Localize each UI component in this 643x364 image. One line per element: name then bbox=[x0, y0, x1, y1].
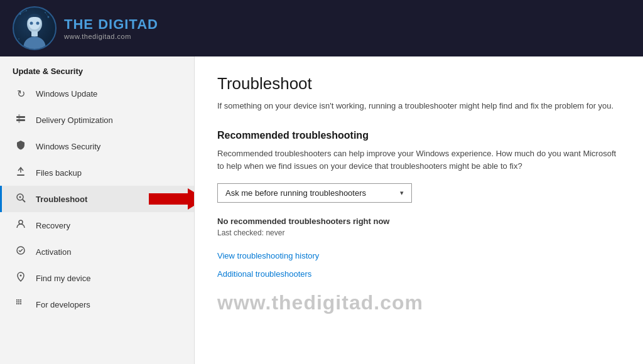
svg-rect-32 bbox=[20, 303, 21, 304]
svg-rect-30 bbox=[20, 299, 21, 301]
sidebar-item-label: Activation bbox=[36, 247, 71, 257]
page-description: If something on your device isn't workin… bbox=[217, 100, 620, 112]
logo-circle bbox=[13, 6, 57, 50]
activation-icon bbox=[14, 245, 27, 258]
sidebar-item-label: Windows Update bbox=[36, 89, 97, 99]
brand-part2: DIGITAD bbox=[98, 16, 158, 32]
svg-rect-15 bbox=[18, 114, 20, 123]
svg-point-4 bbox=[51, 41, 53, 43]
svg-line-18 bbox=[23, 200, 25, 202]
troubleshooter-dropdown-container: Ask me before running troubleshooters ▾ bbox=[217, 183, 620, 203]
files-backup-icon bbox=[14, 166, 27, 179]
sidebar-item-label: Recovery bbox=[36, 221, 70, 230]
section-description: Recommended troubleshooters can help imp… bbox=[217, 147, 620, 174]
sidebar-item-label: Troubleshoot bbox=[36, 195, 87, 204]
logo-area: THE DIGITAD www.thedigitad.com bbox=[13, 6, 158, 50]
brand-name: THE DIGITAD bbox=[64, 16, 158, 33]
brand-website: www.thedigitad.com bbox=[64, 33, 158, 40]
svg-marker-20 bbox=[149, 188, 195, 210]
delivery-optimization-icon bbox=[14, 114, 27, 126]
header: THE DIGITAD www.thedigitad.com bbox=[0, 0, 643, 56]
sidebar-item-files-backup[interactable]: Files backup bbox=[0, 159, 194, 186]
windows-security-icon bbox=[14, 140, 27, 153]
svg-point-19 bbox=[19, 196, 21, 198]
brand-part1: THE bbox=[64, 16, 98, 32]
chevron-down-icon: ▾ bbox=[400, 189, 404, 197]
additional-troubleshooters-link[interactable]: Additional troubleshooters bbox=[217, 269, 620, 279]
svg-rect-24 bbox=[16, 299, 18, 301]
svg-rect-16 bbox=[17, 174, 24, 176]
sidebar-item-activation[interactable]: Activation bbox=[0, 238, 194, 265]
recovery-icon bbox=[14, 219, 27, 232]
sidebar-item-recovery[interactable]: Recovery bbox=[0, 212, 194, 238]
svg-rect-27 bbox=[18, 299, 19, 301]
view-history-link[interactable]: View troubleshooting history bbox=[217, 251, 620, 260]
svg-point-21 bbox=[19, 220, 23, 224]
sidebar-item-label: Delivery Optimization bbox=[36, 115, 113, 125]
sidebar-heading: Update & Security bbox=[0, 56, 194, 81]
svg-point-23 bbox=[20, 275, 22, 277]
svg-rect-29 bbox=[18, 303, 19, 304]
svg-rect-31 bbox=[20, 301, 21, 302]
svg-rect-10 bbox=[31, 31, 38, 36]
svg-point-12 bbox=[36, 22, 40, 25]
sidebar-item-delivery-optimization[interactable]: Delivery Optimization bbox=[0, 107, 194, 133]
sidebar-item-for-developers[interactable]: For developers bbox=[0, 291, 194, 318]
logo-text-block: THE DIGITAD www.thedigitad.com bbox=[64, 16, 158, 40]
svg-rect-14 bbox=[16, 119, 25, 121]
sidebar-item-label: Windows Security bbox=[36, 142, 100, 151]
troubleshooter-dropdown[interactable]: Ask me before running troubleshooters ▾ bbox=[217, 183, 412, 203]
find-device-icon bbox=[14, 272, 27, 284]
content-area: Troubleshoot If something on your device… bbox=[195, 56, 643, 364]
svg-line-6 bbox=[20, 11, 26, 14]
sidebar-item-windows-security[interactable]: Windows Security bbox=[0, 133, 194, 159]
main-content: Update & Security ↻ Windows Update Deliv… bbox=[0, 56, 643, 364]
sidebar-item-label: Find my device bbox=[36, 274, 90, 283]
sidebar-item-troubleshoot[interactable]: Troubleshoot bbox=[0, 186, 194, 212]
windows-update-icon: ↻ bbox=[14, 88, 27, 100]
svg-point-5 bbox=[18, 38, 19, 40]
page-title: Troubleshoot bbox=[217, 74, 620, 94]
svg-rect-25 bbox=[16, 301, 18, 302]
watermark: www.thedigitad.com bbox=[217, 291, 620, 314]
dropdown-value: Ask me before running troubleshooters bbox=[225, 188, 366, 198]
logo-svg bbox=[14, 8, 55, 49]
red-arrow bbox=[149, 188, 195, 210]
section-title: Recommended troubleshooting bbox=[217, 130, 620, 141]
sidebar-item-label: For developers bbox=[36, 300, 90, 309]
status-text: No recommended troubleshooters right now bbox=[217, 217, 620, 226]
svg-rect-13 bbox=[16, 116, 25, 118]
sidebar-item-find-device[interactable]: Find my device bbox=[0, 265, 194, 291]
sidebar-item-label: Files backup bbox=[36, 168, 82, 178]
svg-rect-28 bbox=[18, 301, 19, 302]
for-developers-icon bbox=[14, 298, 27, 311]
troubleshoot-icon bbox=[14, 193, 27, 205]
last-checked-text: Last checked: never bbox=[217, 228, 620, 237]
svg-point-11 bbox=[30, 22, 33, 25]
sidebar: Update & Security ↻ Windows Update Deliv… bbox=[0, 56, 195, 364]
sidebar-item-windows-update[interactable]: ↻ Windows Update bbox=[0, 81, 194, 107]
svg-rect-26 bbox=[16, 303, 18, 304]
svg-line-7 bbox=[45, 13, 48, 17]
